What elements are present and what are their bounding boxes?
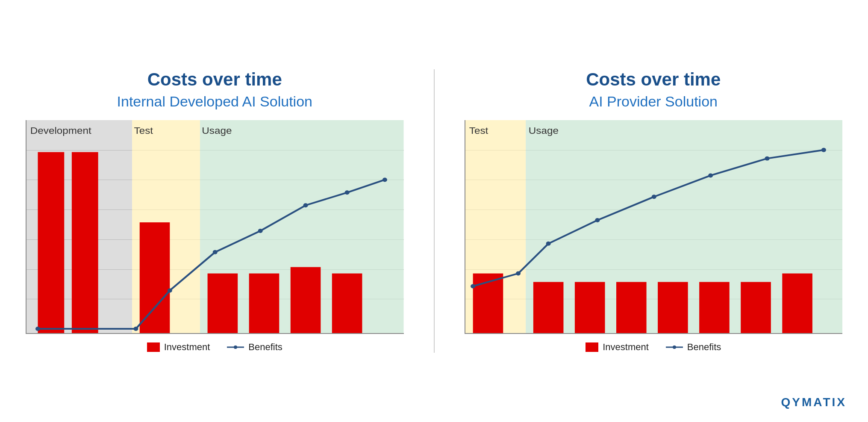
svg-point-39	[651, 195, 656, 199]
investment-color-box-r	[586, 342, 598, 352]
left-chart-wrapper: Development Test Usage	[26, 120, 404, 353]
grid-line	[26, 299, 404, 299]
grid-line	[26, 180, 404, 180]
svg-text:Usage: Usage	[202, 125, 232, 136]
svg-point-36	[516, 271, 521, 276]
svg-rect-6	[38, 152, 64, 333]
svg-text:Development: Development	[30, 125, 92, 136]
svg-point-37	[546, 242, 550, 246]
benefits-label: Benefits	[248, 342, 282, 353]
svg-rect-30	[616, 282, 647, 333]
svg-point-40	[708, 174, 713, 178]
vertical-divider	[434, 69, 435, 353]
svg-rect-31	[658, 282, 688, 333]
grid-line	[465, 269, 843, 270]
right-chart-title: Costs over time	[586, 69, 721, 90]
svg-rect-27	[473, 274, 503, 333]
left-chart-title: Costs over time	[147, 69, 282, 90]
svg-rect-10	[249, 274, 280, 333]
svg-point-44	[673, 345, 676, 349]
svg-rect-34	[782, 274, 812, 333]
svg-rect-32	[699, 282, 730, 333]
investment-legend-item-r: Investment	[586, 342, 649, 353]
investment-legend-item: Investment	[147, 342, 210, 353]
svg-point-14	[133, 327, 138, 331]
svg-point-19	[345, 190, 350, 195]
benefits-legend-item-r: Benefits	[666, 342, 721, 353]
benefits-label-r: Benefits	[687, 342, 721, 353]
svg-text:Test: Test	[134, 125, 153, 136]
svg-point-18	[303, 203, 308, 207]
right-chart-section: Costs over time AI Provider Solution	[465, 69, 843, 353]
right-chart-wrapper: Test Usage	[465, 120, 843, 353]
left-chart-section: Costs over time Internal Developed AI So…	[26, 69, 404, 353]
grid-line	[465, 299, 843, 299]
benefits-line-icon-r	[666, 343, 683, 351]
benefits-line-icon	[227, 343, 244, 351]
svg-point-15	[168, 288, 172, 292]
svg-rect-2	[200, 120, 404, 333]
grid-line	[26, 269, 404, 270]
svg-point-38	[595, 218, 600, 222]
right-chart-area: Test Usage	[465, 120, 843, 334]
grid-line	[26, 150, 404, 151]
svg-rect-12	[332, 274, 362, 333]
left-chart-legend: Investment Benefits	[26, 342, 404, 353]
svg-rect-23	[465, 120, 526, 333]
svg-rect-29	[574, 282, 605, 333]
right-chart-subtitle: AI Provider Solution	[589, 93, 718, 110]
investment-label-r: Investment	[603, 342, 649, 353]
svg-rect-0	[26, 120, 132, 333]
svg-point-16	[213, 250, 218, 254]
grid-line	[465, 180, 843, 180]
grid-line	[465, 210, 843, 210]
right-chart-legend: Investment Benefits	[465, 342, 843, 353]
investment-label: Investment	[164, 342, 210, 353]
svg-rect-1	[132, 120, 200, 333]
svg-rect-28	[533, 282, 563, 333]
svg-rect-24	[526, 120, 842, 333]
benefits-legend-item: Benefits	[227, 342, 282, 353]
branding-logo: QYMATIX	[781, 395, 847, 409]
svg-rect-11	[291, 267, 321, 333]
grid-line	[465, 150, 843, 151]
svg-rect-33	[741, 282, 771, 333]
investment-color-box	[147, 342, 160, 352]
svg-text:Usage: Usage	[528, 125, 558, 136]
grid-line	[465, 239, 843, 240]
right-chart-svg: Test Usage	[465, 120, 843, 333]
svg-point-22	[234, 345, 237, 349]
svg-point-13	[35, 327, 40, 331]
svg-text:Test: Test	[469, 125, 488, 136]
main-container: Costs over time Internal Developed AI So…	[0, 56, 868, 366]
svg-point-17	[258, 229, 263, 233]
svg-rect-8	[140, 222, 170, 333]
svg-point-41	[765, 156, 769, 161]
svg-rect-7	[72, 152, 98, 333]
grid-line	[26, 210, 404, 210]
grid-line	[26, 239, 404, 240]
svg-rect-9	[208, 274, 238, 333]
svg-point-35	[471, 284, 475, 288]
left-chart-subtitle: Internal Developed AI Solution	[117, 93, 312, 110]
left-chart-area: Development Test Usage	[26, 120, 404, 334]
left-chart-svg: Development Test Usage	[26, 120, 404, 333]
